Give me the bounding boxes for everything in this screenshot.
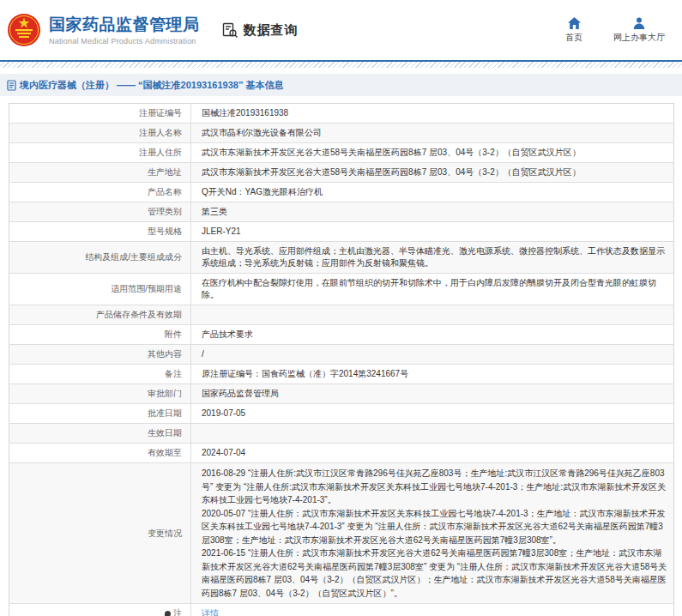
top-nav: 首页 网上办事大厅: [565, 17, 665, 44]
data-query-label: 数据查询: [244, 22, 299, 39]
field-label: 变更情况: [9, 463, 191, 604]
details-link[interactable]: 详情: [202, 608, 219, 616]
field-value: 2016-08-29 “注册人住所:武汉市江汉区常青路296号佳兴苑乙座803号…: [191, 463, 674, 604]
registration-info-table: 注册证编号国械注准20193161938注册人名称武汉市晶利尔激光设备有限公司注…: [9, 103, 674, 616]
field-value: 在医疗机构中配合裂隙灯使用，在眼前节组织的切开和切除术中，用于白内障后发障的翳膜…: [191, 274, 674, 305]
table-row: 变更情况2016-08-29 “注册人住所:武汉市江汉区常青路296号佳兴苑乙座…: [9, 463, 674, 604]
table-row: 结构及组成/主要组成成分由主机、导光系统、应用部件组成；主机由激光器、半导体瞄准…: [9, 242, 674, 274]
nav-home-label: 首页: [565, 32, 582, 44]
field-label: 附件: [9, 325, 191, 345]
field-value: 由主机、导光系统、应用部件组成；主机由激光器、半导体瞄准光、激光电源系统、微控器…: [191, 242, 674, 274]
home-icon: [568, 17, 581, 29]
field-value: 国家药品监督管理局: [191, 384, 674, 404]
field-label: 产品储存条件及有效期: [9, 305, 191, 325]
registration-info-rows: 注册证编号国械注准20193161938注册人名称武汉市晶利尔激光设备有限公司注…: [9, 104, 674, 616]
table-row: 注详情: [9, 604, 674, 616]
person-icon: [633, 17, 645, 29]
national-emblem-icon: [7, 13, 41, 47]
field-label: 其他内容: [9, 345, 191, 365]
field-label: 注册人名称: [9, 124, 191, 143]
table-row: 生产地址武汉市东湖新技术开发区光谷大道58号关南福星医药园8栋7 层03、04号…: [9, 163, 674, 183]
field-value: /: [191, 345, 674, 365]
table-row: 产品储存条件及有效期: [9, 305, 674, 325]
nav-online-service-hall-label: 网上办事大厅: [613, 32, 665, 44]
site-title: 国家药品监督管理局: [49, 15, 200, 34]
breadcrumb-text: 境内医疗器械（注册） —— “国械注准20193161938” 基本信息: [20, 79, 283, 92]
field-label: 有效期至: [9, 444, 191, 463]
field-label: 注册证编号: [9, 104, 191, 124]
field-label: 备注: [9, 365, 191, 384]
table-row: 管理类别第三类: [9, 202, 674, 222]
table-row: 产品名称Q开关Nd：YAG激光眼科治疗机: [9, 183, 674, 202]
field-value: 产品技术要求: [191, 325, 674, 345]
table-row: 附件产品技术要求: [9, 325, 674, 345]
field-value: JLER-Y21: [191, 222, 674, 242]
field-value: 原注册证编号：国食药监械（准）字2014第3241667号: [191, 365, 674, 384]
data-query-icon: [222, 22, 238, 39]
field-label: 生效日期: [9, 424, 191, 444]
table-row: 批准日期2019-07-05: [9, 404, 674, 424]
table-row: 备注原注册证编号：国食药监械（准）字2014第3241667号: [9, 365, 674, 384]
site-subtitle: National Medical Products Administration: [49, 37, 200, 45]
field-label: 审批部门: [9, 384, 191, 404]
table-row: 注册证编号国械注准20193161938: [9, 104, 674, 124]
data-query-tab[interactable]: 数据查询: [222, 22, 299, 39]
top-bar: 国家药品监督管理局 National Medical Products Admi…: [0, 0, 682, 60]
table-row: 型号规格JLER-Y21: [9, 222, 674, 242]
field-label: 生产地址: [9, 163, 191, 183]
change-record-paragraph: 2016-08-29 “注册人住所:武汉市江汉区常青路296号佳兴苑乙座803号…: [202, 467, 668, 507]
field-value: 2024-07-04: [191, 444, 674, 463]
table-row: 生效日期: [9, 424, 674, 444]
table-row: 有效期至2024-07-04: [9, 444, 674, 463]
field-value: Q开关Nd：YAG激光眼科治疗机: [191, 183, 674, 202]
table-row: 适用范围/预期用途在医疗机构中配合裂隙灯使用，在眼前节组织的切开和切除术中，用于…: [9, 274, 674, 305]
field-value: 国械注准20193161938: [191, 104, 674, 124]
header-hatch-band: [0, 62, 682, 68]
field-label: 批准日期: [9, 404, 191, 424]
change-record-paragraph: 2020-05-07 “注册人住所：武汉市东湖新技术开发区关东科技工业园七号地块…: [202, 507, 668, 547]
table-row: 注册人名称武汉市晶利尔激光设备有限公司: [9, 124, 674, 143]
document-icon: [7, 80, 16, 91]
field-label: 产品名称: [9, 183, 191, 202]
table-row: 审批部门国家药品监督管理局: [9, 384, 674, 404]
field-value: 2019-07-05: [191, 404, 674, 424]
field-value: 武汉市晶利尔激光设备有限公司: [191, 124, 674, 143]
field-label: 型号规格: [9, 222, 191, 242]
table-row: 注册人住所武汉市东湖新技术开发区光谷大道58号关南福星医药园8栋7 层03、04…: [9, 143, 674, 163]
field-label: 注: [9, 604, 191, 616]
field-value: 武汉市东湖新技术开发区光谷大道58号关南福星医药园8栋7 层03、04号（3-2…: [191, 143, 674, 163]
breadcrumb: 境内医疗器械（注册） —— “国械注准20193161938” 基本信息: [0, 74, 682, 96]
field-value: [191, 305, 674, 325]
field-label: 适用范围/预期用途: [9, 274, 191, 305]
field-label: 注册人住所: [9, 143, 191, 163]
nav-home[interactable]: 首页: [565, 17, 582, 44]
field-label: 管理类别: [9, 202, 191, 222]
table-row: 其他内容/: [9, 345, 674, 365]
nav-online-service-hall[interactable]: 网上办事大厅: [613, 17, 665, 44]
field-value: 详情: [191, 604, 674, 616]
field-label: 结构及组成/主要组成成分: [9, 242, 191, 274]
field-value: 武汉市东湖新技术开发区光谷大道58号关南福星医药园8栋7 层03、04号（3-2…: [191, 163, 674, 183]
site-logo-home-link[interactable]: 国家药品监督管理局 National Medical Products Admi…: [7, 13, 200, 47]
field-value: [191, 424, 674, 444]
note-icon: [165, 611, 171, 616]
field-value: 第三类: [191, 202, 674, 222]
change-record-paragraph: 2021-06-15 “注册人住所：武汉市东湖新技术开发区光谷大道62号关南福星…: [202, 547, 668, 600]
